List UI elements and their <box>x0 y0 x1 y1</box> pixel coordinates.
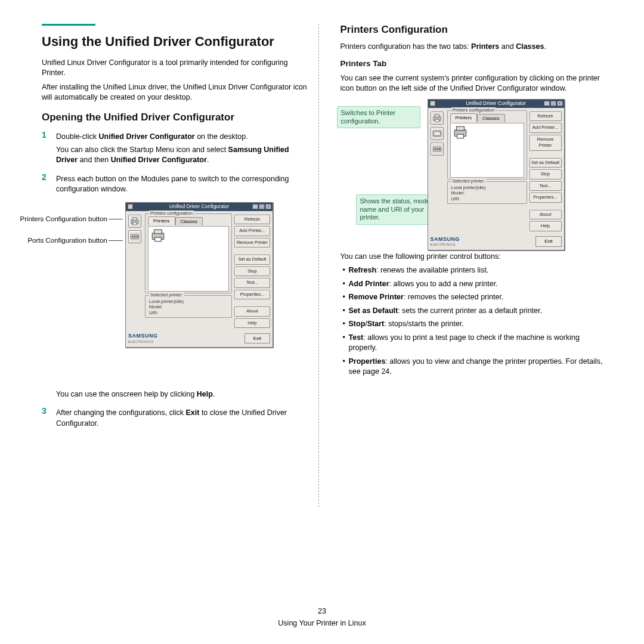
annotation-ports-config: Ports Configuration button <box>0 236 107 245</box>
svg-rect-1 <box>132 218 137 221</box>
remove-printer-button[interactable]: Remove Printer <box>234 238 270 248</box>
exit-button[interactable]: Exit <box>535 236 561 246</box>
tab-classes[interactable]: Classes <box>477 114 504 122</box>
close-icon[interactable]: × <box>557 101 563 106</box>
screenshot-configurator-small: Unified Driver Configurator _ □ × <box>428 99 565 250</box>
list-item: Stop/Start: stops/starts the printer. <box>343 319 606 330</box>
step-1-line-1: Double-click Unified Driver Configurator… <box>56 132 308 143</box>
section-rule <box>42 24 95 26</box>
svg-rect-8 <box>154 230 162 234</box>
svg-rect-9 <box>155 237 162 242</box>
subheading-opening: Opening the Unified Driver Configurator <box>42 112 308 123</box>
group-caption-selected: Selected printer: <box>149 292 184 299</box>
add-printer-button[interactable]: Add Printer... <box>530 123 562 133</box>
selected-printer-info: Local printer(idle) Model: URI: <box>450 184 524 202</box>
add-printer-button[interactable]: Add Printer... <box>234 226 270 236</box>
svg-rect-20 <box>456 126 464 131</box>
printers-config-intro: Printers configuration has the two tabs:… <box>340 42 606 52</box>
exit-button[interactable]: Exit <box>244 333 270 343</box>
set-default-button[interactable]: Set as Default <box>530 158 562 168</box>
printer-item-icon <box>452 125 469 140</box>
subheading-printers-tab: Printers Tab <box>340 58 606 70</box>
window-title: Unified Driver Configurator <box>466 100 526 107</box>
step-1-line-2: You can also click the Startup Menu icon… <box>56 145 308 166</box>
about-button[interactable]: About <box>530 210 562 220</box>
step-number: 1 <box>42 129 50 168</box>
printers-list-pane[interactable] <box>148 226 229 292</box>
svg-rect-18 <box>439 148 440 150</box>
svg-rect-16 <box>434 148 435 150</box>
refresh-button[interactable]: Refresh <box>234 215 270 225</box>
page-footer-text: Using Your Printer in Linux <box>278 619 366 627</box>
intro-paragraph-1: Unified Linux Driver Configurator is a t… <box>42 58 308 79</box>
tab-printers[interactable]: Printers <box>450 113 478 122</box>
svg-rect-2 <box>133 222 137 225</box>
remove-printer-button[interactable]: Remove Printer <box>530 135 562 151</box>
printer-item-icon <box>150 228 166 243</box>
step-number: 3 <box>42 405 50 431</box>
test-button[interactable]: Test... <box>234 278 270 288</box>
close-icon[interactable]: × <box>265 204 271 209</box>
set-default-button[interactable]: Set as Default <box>234 255 270 265</box>
svg-rect-17 <box>436 148 438 150</box>
module-ports-button[interactable] <box>128 230 141 243</box>
svg-rect-21 <box>457 134 463 138</box>
page-footer: 23 Using Your Printer in Linux <box>0 606 644 628</box>
tab-classes[interactable]: Classes <box>175 217 203 225</box>
module-scanners-button[interactable] <box>431 127 444 140</box>
maximize-icon[interactable]: □ <box>259 204 265 209</box>
properties-button[interactable]: Properties... <box>530 193 562 203</box>
about-button[interactable]: About <box>234 306 270 317</box>
printers-list-pane[interactable] <box>450 123 524 178</box>
page-number: 23 <box>0 606 644 617</box>
list-item: Add Printer: allows you to add a new pri… <box>343 279 606 290</box>
help-button[interactable]: Help <box>530 221 562 231</box>
group-caption: Printers configuration <box>149 210 194 217</box>
step-2-help-note: You can use the onscreen help by clickin… <box>56 389 308 400</box>
callout-switch-printer: Switches to Printer configuration. <box>337 106 420 129</box>
list-item: Test: allows you to print a test page to… <box>343 333 606 354</box>
svg-rect-6 <box>137 236 138 237</box>
printers-tab-desc: You can see the current system's printer… <box>340 73 606 94</box>
selected-printer-info: Local printer(idle) Model: URI: <box>148 298 229 316</box>
svg-rect-5 <box>134 236 135 237</box>
minimize-icon[interactable]: _ <box>252 204 258 209</box>
maximize-icon[interactable]: □ <box>550 101 556 106</box>
refresh-button[interactable]: Refresh <box>530 112 562 122</box>
list-item: Properties: allows you to view and chang… <box>343 357 606 377</box>
window-icon <box>128 204 133 209</box>
step-2-text: Press each button on the Modules pane to… <box>56 174 308 195</box>
opening-steps: 1 Double-click Unified Driver Configurat… <box>42 129 308 197</box>
properties-button[interactable]: Properties... <box>234 290 270 300</box>
brand-logo: SAMSUNG ELECTRONICS <box>128 332 158 344</box>
screenshot-configurator-large: Unified Driver Configurator _ □ × <box>125 202 273 348</box>
tab-printers[interactable]: Printers <box>148 216 175 225</box>
module-printers-button[interactable] <box>128 215 141 228</box>
help-button[interactable]: Help <box>234 318 270 329</box>
svg-rect-14 <box>434 132 440 135</box>
stop-button[interactable]: Stop <box>530 169 562 179</box>
step-number: 2 <box>42 172 50 197</box>
opening-steps-continued: . You can use the onscreen help by click… <box>42 387 308 432</box>
list-item: Refresh: renews the available printers l… <box>343 265 606 276</box>
window-icon <box>430 101 435 106</box>
window-title: Unified Driver Configurator <box>169 203 230 210</box>
svg-rect-4 <box>132 236 134 237</box>
list-item: Remove Printer: removes the selected pri… <box>343 292 606 303</box>
section-heading: Using the Unified Driver Configurator <box>42 34 308 49</box>
test-button[interactable]: Test... <box>530 181 562 191</box>
list-item: Set as Default: sets the current printer… <box>343 306 606 317</box>
minimize-icon[interactable]: _ <box>544 101 550 106</box>
svg-rect-11 <box>435 114 439 117</box>
stop-button[interactable]: Stop <box>234 267 270 277</box>
control-buttons-intro: You can use the following printer contro… <box>340 252 606 262</box>
annotation-printers-config: Printers Configuration button <box>0 214 107 224</box>
module-ports-button[interactable] <box>431 143 444 156</box>
control-buttons-list: Refresh: renews the available printers l… <box>340 265 606 377</box>
step-3-text: After changing the configurations, click… <box>56 408 308 429</box>
intro-paragraph-2: After installing the Unified Linux drive… <box>42 82 308 103</box>
brand-logo: SAMSUNG ELECTRONICS <box>431 236 460 247</box>
svg-rect-12 <box>435 119 439 122</box>
module-printers-button[interactable] <box>431 112 444 125</box>
subheading-printers-config: Printers Configuration <box>340 24 606 36</box>
